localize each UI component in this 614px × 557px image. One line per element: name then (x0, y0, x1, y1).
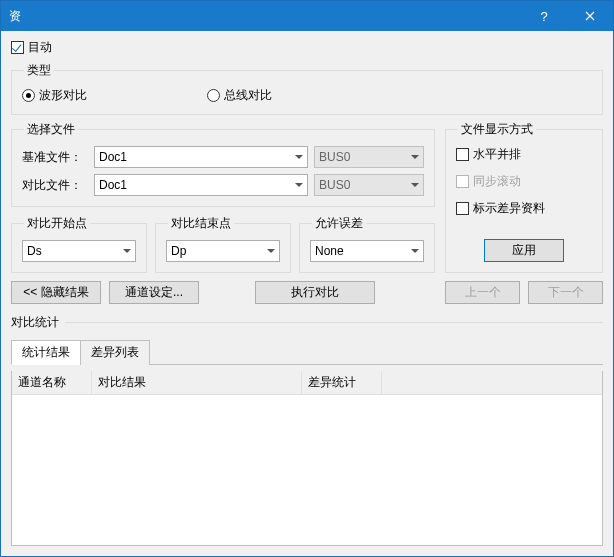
checkbox-icon (456, 175, 469, 188)
tolerance-select[interactable]: None (310, 240, 424, 262)
select-value: Ds (27, 244, 42, 258)
base-file-select[interactable]: Doc1 (94, 146, 308, 168)
tabs: 统计结果 差异列表 (11, 339, 603, 365)
base-bus-select: BUS0 (314, 146, 424, 168)
stats-separator: 对比统计 (11, 314, 603, 331)
radio-waveform[interactable]: 波形对比 (22, 87, 87, 104)
range-row: 对比开始点 Ds 对比结束点 Dp 允许误差 (11, 215, 435, 273)
mark-diff-checkbox[interactable]: 标示差异资料 (456, 200, 592, 217)
select-value: Doc1 (99, 150, 127, 164)
result-table: 通道名称 对比结果 差异统计 (11, 371, 603, 546)
chevron-down-icon (267, 249, 275, 253)
radio-label: 总线对比 (224, 87, 272, 104)
radio-icon (22, 89, 35, 102)
end-group: 对比结束点 Dp (155, 215, 291, 273)
start-select[interactable]: Ds (22, 240, 136, 262)
channel-settings-button[interactable]: 通道设定... (109, 281, 199, 304)
select-value: None (315, 244, 344, 258)
checkbox-icon (456, 148, 469, 161)
sync-scroll-checkbox: 同步滚动 (456, 173, 592, 190)
action-row: << 隐藏结果 通道设定... 执行对比 上一个 下一个 (11, 281, 603, 304)
chevron-down-icon (411, 249, 419, 253)
base-file-label: 基准文件： (22, 149, 88, 166)
checkbox-label: 水平并排 (473, 146, 521, 163)
titlebar: 资 ? (1, 1, 613, 31)
select-value: Doc1 (99, 178, 127, 192)
tab-label: 差异列表 (91, 345, 139, 359)
select-value: Dp (171, 244, 186, 258)
file-legend: 选择文件 (24, 121, 78, 138)
radio-icon (207, 89, 220, 102)
cmp-bus-select: BUS0 (314, 174, 424, 196)
side-by-side-checkbox[interactable]: 水平并排 (456, 146, 592, 163)
mid-left: 选择文件 基准文件： Doc1 BUS0 (11, 121, 435, 273)
checkbox-icon (456, 202, 469, 215)
start-group: 对比开始点 Ds (11, 215, 147, 273)
tolerance-group: 允许误差 None (299, 215, 435, 273)
mid-right: 文件显示方式 水平并排 同步滚动 标示差异资料 应 (445, 121, 603, 273)
stats-legend: 对比统计 (11, 314, 59, 331)
table-header: 通道名称 对比结果 差异统计 (12, 371, 602, 395)
window-title: 资 (9, 8, 521, 25)
close-button[interactable] (567, 1, 613, 31)
display-group: 文件显示方式 水平并排 同步滚动 标示差异资料 应 (445, 121, 603, 273)
hide-result-button[interactable]: << 隐藏结果 (11, 281, 101, 304)
button-label: << 隐藏结果 (23, 284, 88, 301)
auto-checkbox-label: 目动 (28, 39, 52, 56)
column-diff-stats[interactable]: 差异统计 (302, 371, 382, 394)
file-group: 选择文件 基准文件： Doc1 BUS0 (11, 121, 435, 207)
dialog-window: 资 ? 目动 类型 波形对比 总线对比 (0, 0, 614, 557)
button-label: 通道设定... (125, 284, 183, 301)
end-legend: 对比结束点 (168, 215, 234, 232)
button-label: 下一个 (548, 284, 584, 301)
radio-label: 波形对比 (39, 87, 87, 104)
checkbox-label: 标示差异资料 (473, 200, 545, 217)
tab-label: 统计结果 (22, 345, 70, 359)
chevron-down-icon (123, 249, 131, 253)
help-button[interactable]: ? (521, 1, 567, 31)
button-label: 应用 (512, 242, 536, 259)
button-label: 上一个 (465, 284, 501, 301)
select-value: BUS0 (319, 178, 350, 192)
checkbox-icon (11, 41, 24, 54)
display-legend: 文件显示方式 (458, 121, 536, 138)
start-legend: 对比开始点 (24, 215, 90, 232)
dialog-body: 目动 类型 波形对比 总线对比 选择文件 (1, 31, 613, 556)
type-legend: 类型 (24, 62, 54, 79)
chevron-down-icon (295, 183, 303, 187)
chevron-down-icon (411, 183, 419, 187)
prev-button[interactable]: 上一个 (445, 281, 520, 304)
end-select[interactable]: Dp (166, 240, 280, 262)
cmp-file-label: 对比文件： (22, 177, 88, 194)
radio-bus[interactable]: 总线对比 (207, 87, 272, 104)
next-button[interactable]: 下一个 (528, 281, 603, 304)
mid-panel: 选择文件 基准文件： Doc1 BUS0 (11, 121, 603, 273)
cmp-file-select[interactable]: Doc1 (94, 174, 308, 196)
select-value: BUS0 (319, 150, 350, 164)
tab-stats-result[interactable]: 统计结果 (11, 340, 81, 365)
tab-diff-list[interactable]: 差异列表 (80, 340, 150, 365)
spacer (207, 281, 247, 304)
chevron-down-icon (411, 155, 419, 159)
type-group: 类型 波形对比 总线对比 (11, 62, 603, 115)
close-icon (585, 11, 595, 21)
chevron-down-icon (295, 155, 303, 159)
divider (65, 322, 603, 323)
column-compare-result[interactable]: 对比结果 (92, 371, 302, 394)
column-spacer (382, 371, 602, 394)
button-label: 执行对比 (291, 284, 339, 301)
column-channel-name[interactable]: 通道名称 (12, 371, 92, 394)
run-compare-button[interactable]: 执行对比 (255, 281, 375, 304)
apply-button[interactable]: 应用 (484, 239, 564, 262)
tolerance-legend: 允许误差 (312, 215, 366, 232)
checkbox-label: 同步滚动 (473, 173, 521, 190)
auto-checkbox[interactable]: 目动 (11, 39, 603, 56)
